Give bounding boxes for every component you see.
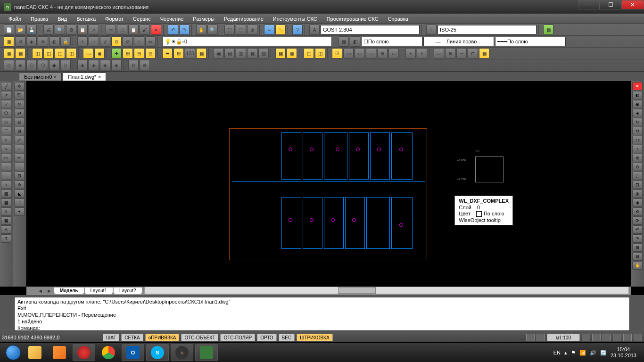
region-icon[interactable]: ◊	[1, 207, 11, 216]
sks-13-icon[interactable]: ☰	[162, 48, 173, 58]
taskbar-skype-icon[interactable]: S	[146, 344, 169, 361]
tray-up-icon[interactable]: ▴	[564, 350, 567, 356]
pan-icon[interactable]: ✋	[196, 25, 206, 35]
dim-ordinate-icon[interactable]: ⊦	[134, 36, 144, 47]
ellipse-arc-icon[interactable]: ⌓	[1, 163, 11, 171]
delete-icon[interactable]: ✕	[151, 25, 161, 35]
tray-sync-icon[interactable]: 🔄	[600, 350, 607, 356]
layout-next-icon[interactable]: ►	[45, 288, 54, 294]
sks-4-icon[interactable]: ◫	[43, 48, 54, 58]
zoom-icon[interactable]: 🔍	[207, 25, 218, 35]
table-icon[interactable]: ▦	[1, 216, 11, 225]
otrack-obj-toggle[interactable]: ОТС-ОБЪЕКТ	[181, 334, 218, 341]
layer-freeze-icon[interactable]: ❄	[38, 36, 48, 47]
rt-15-icon[interactable]: ⟳	[632, 216, 643, 225]
sks-9-icon[interactable]: ✚	[111, 48, 122, 58]
rt-20-icon[interactable]: ✋	[632, 261, 643, 270]
mirror-icon[interactable]: ⇄	[14, 109, 25, 117]
view-7-icon[interactable]: ◈	[77, 60, 88, 70]
sks-18-icon[interactable]: ▤	[224, 48, 235, 58]
block-icon[interactable]: ▫	[1, 181, 11, 189]
hatch-icon[interactable]: ▨	[1, 189, 11, 198]
taskbar-opera-icon[interactable]	[73, 344, 95, 361]
sks-1-icon[interactable]: ▦	[4, 48, 14, 58]
horizontal-scrollbar[interactable]	[144, 287, 629, 294]
layer-off-icon[interactable]: ◐	[49, 36, 59, 47]
grid-toggle[interactable]: СЕТКА	[121, 334, 143, 341]
sks-21-icon[interactable]: ▧	[258, 48, 269, 58]
help-icon[interactable]: ?	[292, 25, 303, 35]
taskbar-outlook-icon[interactable]: O	[122, 344, 144, 361]
rt-17-icon[interactable]: ↷	[632, 234, 643, 243]
dimstyle-combo[interactable]: ISO-25	[438, 25, 537, 34]
hatch-toggle[interactable]: ШТРИХОВКА	[297, 334, 332, 341]
rt-14-icon[interactable]: ⟲	[632, 207, 643, 216]
doc-tab-0[interactable]: Без имени0×	[19, 73, 62, 81]
status-icon-4[interactable]	[592, 334, 601, 341]
status-icon-6[interactable]	[613, 334, 621, 341]
view-12-icon[interactable]: ⊚	[140, 60, 150, 70]
rotate-icon[interactable]: ↻	[14, 100, 25, 108]
explode-icon[interactable]: ✶	[14, 207, 25, 216]
rt-1-icon[interactable]: ◐	[632, 91, 643, 99]
sks-2-icon[interactable]: ▦	[15, 48, 25, 58]
view-4-icon[interactable]: ⬡	[38, 60, 48, 70]
status-icon-1[interactable]	[526, 334, 535, 341]
polygon-icon[interactable]: ⬠	[1, 109, 11, 117]
layer-combo[interactable]: 💡☀🔓▫ 0	[162, 37, 332, 46]
sks-33-icon[interactable]: ⊦	[417, 48, 427, 58]
view-6-icon[interactable]: ◇	[60, 60, 71, 70]
paste-icon[interactable]: 📋	[128, 25, 139, 35]
sks-31-icon[interactable]: ▭	[388, 48, 399, 58]
sks-25-icon[interactable]: ◫	[315, 48, 325, 58]
sks-29-icon[interactable]: ▭	[366, 48, 376, 58]
menu-service[interactable]: Сервис	[129, 15, 155, 23]
otrack-pol-toggle[interactable]: ОТС-ПОЛЯР	[220, 334, 255, 341]
bylayer-icon[interactable]: ◧	[350, 36, 360, 47]
zoom-window-icon[interactable]: ⬚	[224, 25, 235, 35]
sks-17-icon[interactable]: ▣	[213, 48, 223, 58]
export-icon[interactable]: ↗	[89, 25, 99, 35]
print-icon[interactable]: 🖨	[43, 25, 54, 35]
rt-13-icon[interactable]: ◈	[632, 198, 643, 207]
gradient-icon[interactable]: ▦	[1, 198, 11, 207]
dim-linear-icon[interactable]: ⊦	[77, 36, 88, 47]
chamfer-icon[interactable]: ◣	[14, 189, 25, 198]
menu-help[interactable]: Справка	[384, 15, 412, 23]
dim-aligned-icon[interactable]: ⟋	[89, 36, 99, 47]
sks-6-icon[interactable]: ◫	[66, 48, 76, 58]
rt-5-icon[interactable]: ⟲	[632, 127, 643, 135]
taskbar-nanocad-icon[interactable]: n	[171, 344, 193, 361]
break-icon[interactable]: ⊟	[14, 172, 25, 180]
zoom-all-icon[interactable]: ⊕	[247, 25, 257, 35]
textstyle-combo[interactable]: GOST 2.304	[321, 25, 420, 34]
preview-icon[interactable]: 🔍	[55, 25, 65, 35]
ellipse-icon[interactable]: ⬭	[1, 154, 11, 162]
menu-tools-sks[interactable]: Инструменты СКС	[269, 15, 321, 23]
taskbar-app-icon[interactable]	[195, 344, 218, 361]
dim-diameter-icon[interactable]: ⊘	[123, 36, 133, 47]
rt-11-icon[interactable]: ⊡	[632, 181, 643, 189]
offset-icon[interactable]: ◎	[14, 118, 25, 126]
sks-30-icon[interactable]: ⊕	[377, 48, 388, 58]
status-icon-7[interactable]	[623, 334, 632, 341]
sks-28-icon[interactable]: ▭	[355, 48, 365, 58]
osnap-toggle[interactable]: оПРИВЯЗКА	[145, 334, 180, 341]
layout-tab-2[interactable]: Layout2	[113, 287, 142, 295]
view-9-icon[interactable]: ◈	[100, 60, 110, 70]
rt-9-icon[interactable]: ⊖	[632, 163, 643, 171]
menu-file[interactable]: Файл	[5, 15, 25, 23]
view-11-icon[interactable]: ⊙	[128, 60, 139, 70]
ray-icon[interactable]: ↗	[1, 91, 11, 99]
sks-15-icon[interactable]: 123	[185, 48, 195, 58]
layer-iso-icon[interactable]: ◈	[26, 36, 37, 47]
ortho-toggle[interactable]: ОРТО	[257, 334, 276, 341]
sks-3-icon[interactable]: ◫	[32, 48, 42, 58]
status-icon-5[interactable]	[603, 334, 611, 341]
sks-23-icon[interactable]: ▦	[287, 48, 297, 58]
measure-icon[interactable]: 📏	[275, 25, 286, 35]
menu-dimensions[interactable]: Размеры	[189, 15, 218, 23]
sks-26-icon[interactable]: ☑	[332, 48, 342, 58]
view-1-icon[interactable]: ◇	[4, 60, 14, 70]
trim-icon[interactable]: ✂	[14, 154, 25, 162]
